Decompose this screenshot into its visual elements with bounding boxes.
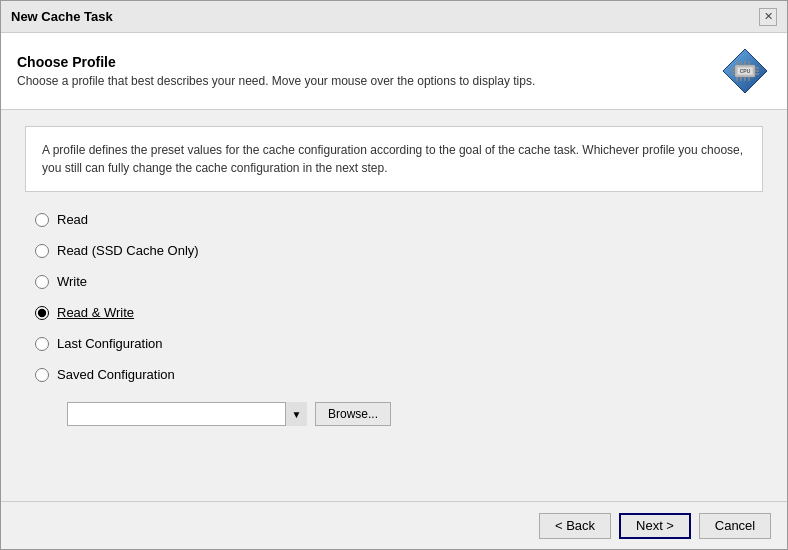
profile-saved-config[interactable]: Saved Configuration: [35, 367, 763, 382]
profile-last-config[interactable]: Last Configuration: [35, 336, 763, 351]
footer: < Back Next > Cancel: [1, 501, 787, 549]
header-title: Choose Profile: [17, 54, 535, 70]
config-dropdown-wrapper: ▼: [67, 402, 307, 426]
info-text: A profile defines the preset values for …: [42, 143, 743, 175]
profile-write[interactable]: Write: [35, 274, 763, 289]
back-button[interactable]: < Back: [539, 513, 611, 539]
title-bar: New Cache Task ✕: [1, 1, 787, 33]
config-dropdown[interactable]: [67, 402, 307, 426]
cancel-button[interactable]: Cancel: [699, 513, 771, 539]
cache-icon: CPU: [719, 45, 771, 97]
radio-read-write-label: Read & Write: [57, 305, 134, 320]
close-button[interactable]: ✕: [759, 8, 777, 26]
radio-read-ssd-label: Read (SSD Cache Only): [57, 243, 199, 258]
header-text: Choose Profile Choose a profile that bes…: [17, 54, 535, 88]
radio-last-config-label: Last Configuration: [57, 336, 163, 351]
profile-read-ssd[interactable]: Read (SSD Cache Only): [35, 243, 763, 258]
radio-read-ssd[interactable]: [35, 244, 49, 258]
radio-read-label: Read: [57, 212, 88, 227]
header-section: Choose Profile Choose a profile that bes…: [1, 33, 787, 110]
header-subtitle: Choose a profile that best describes you…: [17, 74, 535, 88]
next-button[interactable]: Next >: [619, 513, 691, 539]
radio-read[interactable]: [35, 213, 49, 227]
info-box: A profile defines the preset values for …: [25, 126, 763, 192]
radio-read-write[interactable]: [35, 306, 49, 320]
window-title: New Cache Task: [11, 9, 113, 24]
profile-read[interactable]: Read: [35, 212, 763, 227]
profile-radio-group: Read Read (SSD Cache Only) Write Read & …: [25, 212, 763, 426]
radio-write[interactable]: [35, 275, 49, 289]
window: New Cache Task ✕ Choose Profile Choose a…: [0, 0, 788, 550]
radio-last-config[interactable]: [35, 337, 49, 351]
radio-saved-config-label: Saved Configuration: [57, 367, 175, 382]
radio-write-label: Write: [57, 274, 87, 289]
content-area: A profile defines the preset values for …: [1, 110, 787, 501]
svg-text:CPU: CPU: [740, 68, 751, 74]
saved-config-row: ▼ Browse...: [35, 402, 763, 426]
profile-read-write[interactable]: Read & Write: [35, 305, 763, 320]
radio-saved-config[interactable]: [35, 368, 49, 382]
browse-button[interactable]: Browse...: [315, 402, 391, 426]
